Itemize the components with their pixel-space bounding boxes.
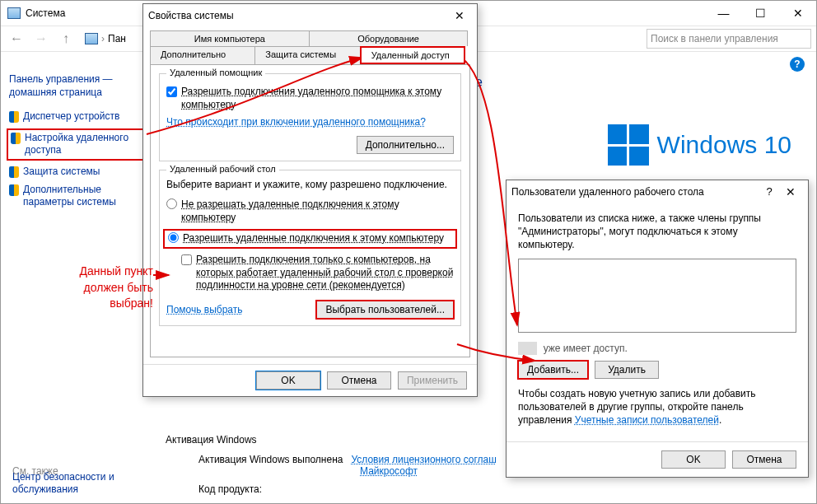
tab-remote[interactable]: Удаленный доступ [360, 46, 465, 64]
tab-protection[interactable]: Защита системы [254, 46, 360, 64]
already-has-access: уже имеет доступ. [518, 343, 796, 354]
rusers-intro: Пользователи из списка ниже, а также чле… [518, 212, 796, 252]
security-center-link[interactable]: Центр безопасности и обслуживания [12, 471, 144, 497]
remote-assistance-group: Удаленный помощник Разрешить подключения… [159, 73, 461, 161]
assistance-advanced-button[interactable]: Дополнительно... [357, 136, 454, 154]
radio-deny-remote[interactable]: Не разрешать удаленные подключения к это… [166, 198, 454, 224]
close-button[interactable]: ✕ [779, 1, 816, 26]
rusers-close-button[interactable]: ✕ [778, 183, 803, 201]
rusers-buttons: OK Отмена [507, 441, 808, 477]
rusers-help-button[interactable]: ? [760, 183, 778, 199]
license-link[interactable]: Условия лицензионного соглаш [351, 454, 496, 465]
radio-allow-remote[interactable]: Разрешить удаленные подключения к этому … [168, 232, 452, 245]
sidebar-item-device-manager[interactable]: Диспетчер устройств [9, 110, 145, 124]
remote-users-dialog: Пользователи удаленного рабочего стола ?… [506, 180, 809, 478]
sidebar-item-advanced-settings[interactable]: Дополнительные параметры системы [9, 184, 145, 209]
minimize-button[interactable]: ― [705, 1, 742, 26]
forward-button[interactable]: → [30, 28, 52, 49]
assistance-help-link[interactable]: Что происходит при включении удаленного … [166, 116, 426, 128]
rusers-footer: Чтобы создать новую учетную запись или д… [518, 387, 796, 427]
breadcrumb: Пан [108, 33, 126, 44]
cancel-button[interactable]: Отмена [327, 371, 391, 390]
nla-checkbox[interactable]: Разрешить подключения только с компьютер… [181, 254, 454, 292]
remote-desktop-group: Удаленный рабочий стол Выберите вариант … [159, 170, 461, 326]
apply-button[interactable]: Применить [398, 371, 467, 390]
activation-section-label: Активация Windows [166, 434, 257, 446]
select-users-button[interactable]: Выбрать пользователей... [316, 301, 454, 319]
shield-icon [9, 166, 19, 178]
allow-assistance-checkbox[interactable]: Разрешить подключения удаленного помощни… [166, 86, 454, 111]
up-button[interactable]: ↑ [55, 28, 77, 49]
ok-button[interactable]: OK [256, 371, 320, 390]
sysprops-tabs: Имя компьютера Оборудование Дополнительн… [143, 27, 477, 64]
system-properties-dialog: Свойства системы ✕ Имя компьютера Оборуд… [142, 3, 478, 397]
search-input[interactable]: Поиск в панели управления [647, 29, 811, 49]
address-bar[interactable]: › Пан [80, 30, 131, 47]
cp-home-link[interactable]: Панель управления — домашняя страница [9, 73, 145, 99]
add-user-button[interactable]: Добавить... [518, 361, 588, 379]
group-legend: Удаленный рабочий стол [166, 164, 279, 174]
rusers-ok-button[interactable]: OK [661, 450, 726, 469]
sidebar-item-system-protection[interactable]: Защита системы [9, 166, 145, 179]
tab-computer-name[interactable]: Имя компьютера [150, 30, 310, 46]
sysprops-close-button[interactable]: ✕ [447, 7, 472, 25]
sidebar: Панель управления — домашняя страница Ди… [9, 73, 145, 214]
windows10-logo: Windows 10 [608, 124, 791, 166]
sidebar-item-remote-settings[interactable]: Настройка удаленного доступа [7, 128, 145, 161]
system-icon [7, 7, 21, 19]
product-code-label: Код продукта: [198, 483, 262, 495]
group-legend: Удаленный помощник [166, 68, 265, 77]
remove-user-button[interactable]: Удалить [595, 361, 659, 379]
computer-icon [85, 33, 98, 44]
sysprops-title: Свойства системы [148, 10, 234, 21]
shield-icon [9, 111, 19, 123]
shield-icon [11, 133, 21, 144]
windows-icon [608, 124, 649, 166]
tab-advanced[interactable]: Дополнительно [150, 46, 255, 64]
rusers-titlebar: Пользователи удаленного рабочего стола ?… [507, 180, 808, 203]
annotation-text: Данный пункт должен быть выбран! [46, 264, 153, 312]
user-accounts-link[interactable]: Учетные записи пользователей [575, 414, 719, 426]
sysprops-buttons: OK Отмена Применить [143, 364, 477, 396]
users-listbox[interactable] [518, 259, 796, 333]
window-title: Система [26, 7, 65, 19]
back-button[interactable]: ← [6, 28, 27, 49]
help-choose-link[interactable]: Помочь выбрать [166, 304, 243, 315]
license-link-2[interactable]: Майкрософт [360, 465, 418, 477]
activation-status: Активация Windows выполнена Условия лице… [198, 454, 497, 465]
rusers-cancel-button[interactable]: Отмена [732, 450, 796, 469]
tab-remote-body: Удаленный помощник Разрешить подключения… [150, 64, 470, 357]
sysprops-titlebar: Свойства системы ✕ [143, 4, 477, 27]
shield-icon [9, 184, 19, 196]
help-icon[interactable]: ? [790, 57, 805, 72]
group-caption: Выберите вариант и укажите, кому разреше… [166, 179, 454, 190]
window-controls: ― ☐ ✕ [705, 1, 816, 26]
rusers-title: Пользователи удаленного рабочего стола [511, 186, 704, 198]
tab-hardware[interactable]: Оборудование [309, 30, 469, 46]
maximize-button[interactable]: ☐ [742, 1, 779, 26]
